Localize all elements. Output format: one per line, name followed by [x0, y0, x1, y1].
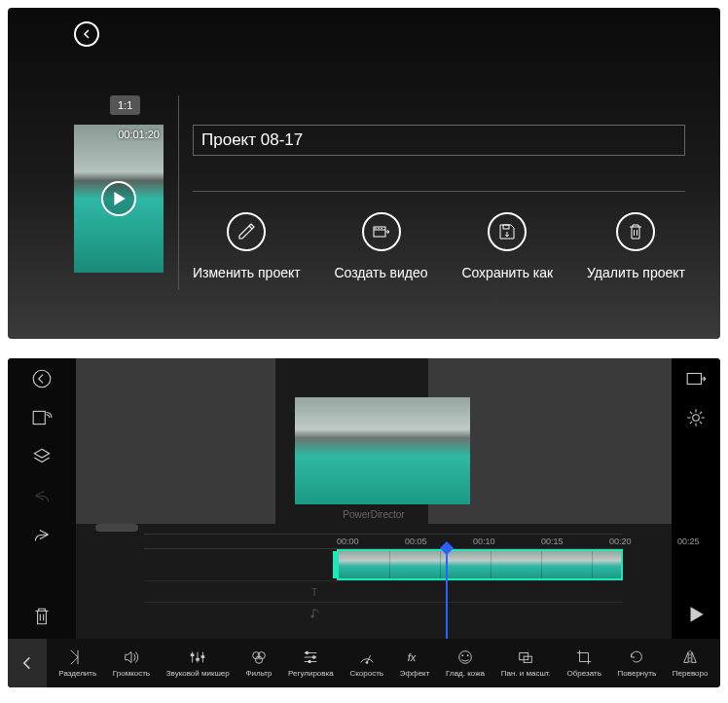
crop-icon [575, 648, 593, 666]
face-icon [456, 648, 474, 666]
media-button[interactable] [31, 407, 53, 428]
preview-image[interactable] [295, 397, 470, 504]
film-export-icon [372, 222, 391, 241]
toolbar-back-button[interactable] [8, 639, 47, 687]
svg-point-1 [375, 228, 376, 229]
adjust-button[interactable]: Регулировка [288, 648, 334, 678]
split-icon [69, 648, 87, 666]
flip-icon [681, 648, 699, 666]
fx-icon: fx [406, 648, 423, 666]
svg-rect-11 [191, 653, 195, 656]
svg-point-23 [461, 654, 463, 656]
save-as-icon [497, 222, 517, 241]
project-actions: Изменить проект Создать видео Сохранить … [193, 212, 685, 280]
svg-point-20 [365, 661, 368, 664]
thumbnail-image: 00:01:20 [74, 125, 164, 273]
svg-point-10 [693, 415, 700, 422]
speed-icon [358, 648, 376, 666]
timeline[interactable]: 00:00 00:05 00:10 00:15 00:20 00:25 [144, 534, 623, 639]
settings-button[interactable] [685, 407, 707, 428]
play-icon [113, 192, 127, 205]
play-button[interactable] [101, 181, 136, 216]
rotate-button[interactable]: Повернуть [618, 648, 657, 678]
mixer-button[interactable]: Звуковой микшер [166, 648, 230, 678]
clip-thumb[interactable] [389, 551, 440, 578]
project-panel: 1:1 00:01:20 Изменить проект Создать вид… [8, 8, 720, 339]
svg-rect-6 [33, 411, 45, 424]
redo-button[interactable] [31, 524, 53, 545]
speed-button[interactable]: Скорость [349, 648, 383, 678]
delete-project-button[interactable]: Удалить проект [587, 212, 685, 280]
time-ruler[interactable]: 00:00 00:05 00:10 00:15 00:20 00:25 [144, 534, 623, 549]
editor-panel: PowerDirector 00:00 00:05 00:10 00:15 00… [8, 358, 720, 687]
text-track[interactable]: T [144, 580, 623, 602]
watermark: PowerDirector [343, 509, 404, 520]
right-toolbar [672, 358, 720, 639]
trash-icon [626, 222, 645, 241]
aspect-ratio-badge: 1:1 [110, 95, 140, 115]
tick: 00:10 [473, 536, 495, 546]
tick: 00:20 [609, 536, 632, 546]
video-track[interactable] [144, 549, 623, 580]
svg-rect-9 [687, 374, 701, 385]
tick: 00:05 [405, 536, 427, 546]
edit-project-button[interactable]: Изменить проект [193, 212, 301, 280]
project-name-input[interactable] [193, 125, 685, 156]
pencil-icon [237, 222, 256, 241]
svg-point-2 [378, 228, 379, 229]
label: Удалить проект [587, 265, 685, 280]
undo-button[interactable] [31, 485, 53, 506]
svg-rect-4 [503, 225, 509, 229]
play-button[interactable] [685, 604, 707, 625]
tick: 00:25 [677, 536, 700, 546]
audio-track[interactable] [144, 602, 623, 623]
svg-rect-13 [201, 655, 205, 658]
divider [193, 191, 685, 192]
tick: 00:15 [541, 536, 564, 546]
pan-zoom-button[interactable]: Пан. и масшт. [501, 648, 551, 678]
svg-point-24 [467, 654, 469, 656]
crop-button[interactable]: Обрезать [567, 648, 601, 678]
flip-button[interactable]: Переворо [673, 648, 709, 678]
back-button[interactable] [74, 21, 99, 47]
trash-button[interactable] [31, 606, 53, 627]
left-toolbar [8, 358, 76, 639]
mixer-icon [189, 648, 206, 666]
preview-area: PowerDirector 00:00 00:05 00:10 00:15 00… [76, 358, 672, 639]
svg-point-3 [381, 228, 382, 229]
project-thumbnail[interactable]: 00:01:20 [74, 125, 164, 273]
label: Сохранить как [461, 265, 553, 280]
save-as-button[interactable]: Сохранить как [461, 212, 553, 280]
rotate-icon [628, 648, 645, 666]
export-button[interactable] [685, 368, 707, 389]
volume-icon [123, 648, 140, 666]
svg-point-18 [312, 655, 316, 659]
clip-thumb[interactable] [339, 551, 389, 578]
volume-button[interactable]: Громкость [113, 648, 150, 678]
drag-handle[interactable] [95, 524, 138, 532]
filter-icon [250, 648, 268, 666]
create-video-button[interactable]: Создать видео [334, 212, 427, 280]
svg-point-17 [306, 651, 309, 655]
clip-thumb[interactable] [541, 551, 592, 578]
split-button[interactable]: Разделить [58, 648, 96, 678]
svg-text:fx: fx [408, 651, 417, 663]
label: Изменить проект [193, 265, 301, 280]
clip-thumb[interactable] [491, 551, 541, 578]
filter-button[interactable]: Фильтр [246, 648, 273, 678]
back-button[interactable] [31, 368, 53, 389]
clip-thumb[interactable] [592, 551, 621, 578]
chevron-left-icon [82, 29, 91, 39]
duration-label: 00:01:20 [118, 129, 160, 140]
bottom-toolbar: Разделить Громкость Звуковой микшер Филь… [8, 639, 720, 687]
divider [178, 95, 179, 290]
playhead[interactable] [446, 549, 448, 639]
pan-zoom-icon [517, 648, 534, 666]
tick: 00:00 [337, 536, 359, 546]
sliders-icon [302, 648, 319, 666]
svg-rect-12 [196, 658, 200, 661]
skin-button[interactable]: Глад. кожа [446, 648, 485, 678]
svg-point-19 [309, 660, 312, 664]
effect-button[interactable]: fxЭффект [400, 648, 430, 678]
layers-button[interactable] [31, 446, 53, 467]
